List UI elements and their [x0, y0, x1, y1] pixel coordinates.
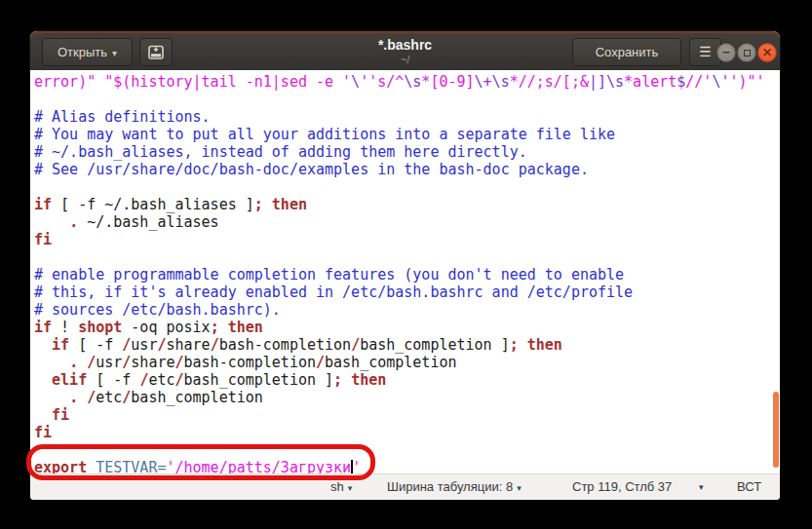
window-title: *.bashrc ~/ — [378, 36, 432, 66]
new-document-button[interactable] — [139, 38, 173, 66]
code-segment: *alert — [624, 73, 677, 91]
code-segment: TESTVAR= — [96, 459, 166, 473]
language-mode-selector[interactable]: sh▾ — [330, 474, 352, 501]
code-segment: ')"' — [729, 73, 764, 91]
code-line[interactable]: elif [ -f /etc/bash_completion ]; then — [34, 371, 780, 389]
code-segment: / — [122, 389, 131, 406]
statusbar: sh▾ Ширина табуляции: 8▾ Стр 119, Стлб 3… — [30, 473, 780, 500]
code-segment: ~/.bash_aliases — [78, 213, 219, 231]
code-segment: error)" "$(history|tail -n1|sed -e ' — [34, 73, 351, 91]
code-line[interactable]: if [ -f /usr/share/bash-completion/bash_… — [34, 336, 780, 354]
code-segment: usr — [96, 354, 122, 371]
code-segment: then — [527, 336, 562, 354]
code-line[interactable]: . /usr/share/bash-completion/bash_comple… — [34, 354, 780, 371]
code-segment: //' — [685, 73, 712, 91]
tab-width-selector[interactable]: Ширина табуляции: 8▾ — [387, 474, 522, 501]
code-segment: # Alias definitions. — [34, 108, 211, 126]
code-line[interactable]: # Alias definitions. — [34, 108, 780, 126]
code-segment: fi — [34, 231, 52, 248]
code-line[interactable] — [34, 248, 780, 266]
code-segment: [ -f ~/.bash_aliases ] — [52, 196, 254, 213]
code-segment: bash-completion — [219, 336, 351, 354]
code-segment: ; — [510, 336, 519, 354]
code-segment: / — [351, 336, 360, 354]
code-line[interactable]: fi — [34, 231, 780, 248]
code-segment: / — [211, 336, 219, 354]
code-segment — [519, 336, 527, 354]
code-segment: \' — [712, 73, 729, 91]
code-segment: 's/^ — [368, 73, 404, 91]
code-segment — [34, 336, 52, 354]
code-segment: bash_completion ] — [360, 336, 510, 354]
code-segment: etc — [96, 389, 122, 406]
code-segment: then — [272, 196, 307, 213]
code-segment: $ — [677, 73, 685, 91]
code-segment: bash-completion — [184, 354, 316, 371]
code-segment: # You may want to put all your additions… — [34, 126, 615, 143]
scrollbar-thumb[interactable] — [773, 392, 779, 468]
code-segment — [34, 389, 69, 406]
code-segment: export — [34, 459, 87, 473]
code-line[interactable]: if ! shopt -oq posix; then — [34, 319, 780, 336]
code-segment — [219, 319, 228, 336]
insert-mode-indicator[interactable]: ВСТ — [737, 474, 761, 500]
code-segment: bash_completion — [131, 389, 262, 406]
code-segment: \s — [404, 73, 421, 91]
headerbar: Открыть▾ *.bashrc ~/ Сохранить ☰ − ✕ — [30, 31, 780, 70]
code-segment: / — [87, 354, 96, 371]
minimize-button[interactable]: − — [716, 43, 736, 62]
code-segment: . — [69, 213, 78, 231]
code-segment — [34, 371, 52, 389]
code-line[interactable]: . ~/.bash_aliases — [34, 213, 780, 231]
code-line[interactable]: # ~/.bash_aliases, instead of adding the… — [34, 143, 780, 161]
code-line[interactable] — [34, 91, 780, 108]
code-line[interactable]: export TESTVAR='/home/patts/Загрузки' — [34, 459, 780, 473]
code-segment: ' — [352, 459, 361, 473]
code-segment: |]\s — [589, 73, 624, 91]
open-button[interactable]: Открыть▾ — [42, 38, 133, 66]
code-segment: [ -f — [87, 371, 139, 389]
code-line[interactable]: # You may want to put all your additions… — [34, 126, 780, 143]
code-segment: *[0-9] — [421, 73, 474, 91]
code-line[interactable]: fi — [34, 406, 780, 424]
code-segment: fi — [34, 424, 52, 441]
goto-line-dropdown[interactable]: ▾ — [699, 474, 704, 500]
code-segment: # this, if it's already enabled in /etc/… — [34, 283, 633, 301]
minimize-icon: − — [722, 46, 730, 58]
text-editor-area[interactable]: error)" "$(history|tail -n1|sed -e '\''s… — [30, 70, 780, 473]
document-title: *.bashrc — [378, 36, 432, 54]
code-segment: share — [131, 354, 174, 371]
code-line[interactable]: # enable programmable completion feature… — [34, 266, 780, 283]
code-segment — [263, 196, 272, 213]
code-line[interactable]: # sources /etc/bash.bashrc). — [34, 301, 780, 319]
code-line[interactable] — [34, 441, 780, 459]
code-line[interactable] — [34, 178, 780, 196]
save-button[interactable]: Сохранить — [572, 38, 681, 66]
code-segment: ; — [211, 319, 219, 336]
code-segment: if — [34, 319, 52, 336]
code-segment: ; — [254, 196, 263, 213]
code-segment: elif — [52, 371, 87, 389]
code-line[interactable]: # this, if it's already enabled in /etc/… — [34, 283, 780, 301]
code-segment: / — [175, 371, 184, 389]
close-button[interactable]: ✕ — [757, 43, 777, 62]
code-line[interactable]: fi — [34, 424, 780, 441]
code-segment: # enable programmable completion feature… — [34, 266, 624, 283]
code-line[interactable]: # See /usr/share/doc/bash-doc/examples i… — [34, 161, 780, 178]
code-line[interactable]: . /etc/bash_completion — [34, 389, 780, 406]
code-segment — [34, 406, 52, 424]
code-segment — [342, 371, 351, 389]
code-line[interactable]: if [ -f ~/.bash_aliases ]; then — [34, 196, 780, 213]
code-line[interactable]: error)" "$(history|tail -n1|sed -e '\''s… — [34, 73, 780, 91]
close-icon: ✕ — [762, 47, 772, 58]
code-segment: then — [228, 319, 263, 336]
code-segment: # sources /etc/bash.bashrc). — [34, 301, 281, 319]
hamburger-icon: ☰ — [699, 44, 712, 59]
maximize-icon — [744, 50, 751, 57]
code-segment — [34, 213, 69, 231]
window-controls: − ✕ — [716, 43, 777, 62]
cursor-position-label: Стр 119, Стлб 37 — [572, 474, 672, 500]
code-segment: bash_completion ] — [184, 371, 334, 389]
code-segment: . — [69, 389, 78, 406]
maximize-button[interactable] — [737, 43, 756, 62]
